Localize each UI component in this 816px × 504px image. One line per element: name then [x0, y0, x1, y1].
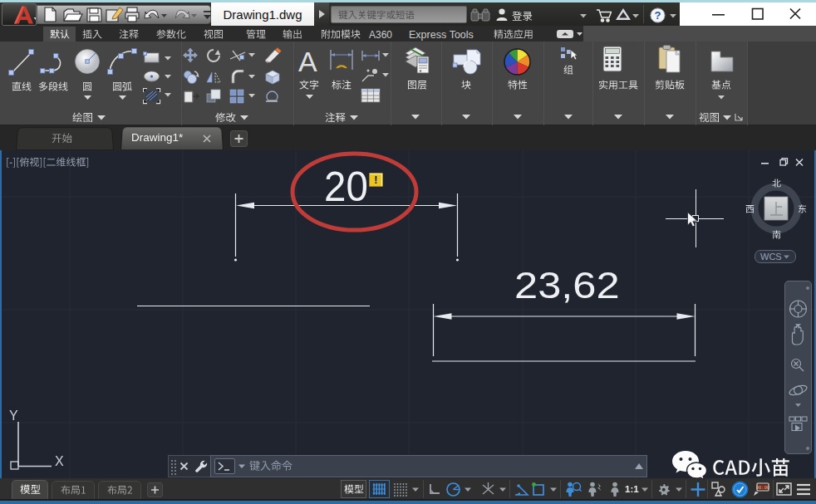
- svg-text:?: ?: [655, 9, 661, 22]
- svg-text:00:00: 00:00: [756, 485, 770, 491]
